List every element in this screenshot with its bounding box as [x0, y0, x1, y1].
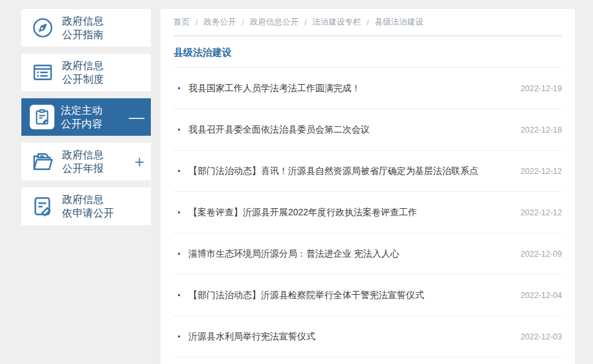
sidebar-item-label-line: 政府信息 [62, 59, 104, 72]
article-row: 【部门法治动态】喜讯！沂源县自然资源局被省厅确定为基层法治联系点2022-12-… [173, 151, 562, 192]
article-date: 2022-12-18 [520, 125, 562, 134]
article-row: 【部门法治动态】沂源县检察院举行全体干警宪法宣誓仪式2022-12-04 [173, 275, 562, 316]
sidebar-item-statutory-disclosure[interactable]: 法定主动公开内容— [21, 98, 151, 136]
sidebar-item-label: 政府信息公开制度 [62, 59, 104, 86]
bullet-icon [178, 129, 180, 131]
compass-icon [30, 15, 56, 41]
article-date: 2022-12-03 [520, 332, 562, 341]
document-list-icon [30, 59, 56, 85]
article-date: 2022-12-12 [520, 167, 562, 176]
minus-icon[interactable]: — [129, 109, 144, 125]
article-row: 淄博市生态环境局沂源分局：普法进企业 宪法入人心2022-12-09 [173, 233, 562, 275]
sidebar-item-label: 政府信息依申请公开 [62, 193, 114, 220]
sidebar-item-disclosure-system[interactable]: 政府信息公开制度 [21, 54, 151, 91]
breadcrumb-link[interactable]: 政府信息公开 [250, 17, 298, 28]
sidebar-item-label: 法定主动公开内容 [61, 103, 102, 131]
article-link[interactable]: 淄博市生态环境局沂源分局：普法进企业 宪法入人心 [188, 248, 510, 260]
article-date: 2022-12-12 [520, 208, 562, 217]
sidebar-item-label-line: 法定主动 [61, 103, 102, 117]
article-link[interactable]: 【案卷评查】沂源县开展2022年度行政执法案卷评查工作 [188, 207, 510, 219]
article-date: 2022-12-04 [520, 291, 562, 300]
content-panel: 首页/政务公开/政府信息公开/法治建设专栏/县级法治建设 县级法治建设 我县国家… [161, 9, 575, 364]
sidebar-item-label-line: 公开制度 [62, 72, 104, 86]
article-link[interactable]: 【部门法治动态】沂源县检察院举行全体干警宪法宣誓仪式 [188, 290, 510, 301]
breadcrumb-separator: / [366, 18, 368, 27]
page-title: 县级法治建设 [173, 36, 562, 68]
sidebar: 政府信息公开指南政府信息公开制度法定主动公开内容—政府信息公开年报+政府信息依申… [21, 9, 151, 232]
breadcrumb-link[interactable]: 政务公开 [203, 17, 236, 28]
sidebar-item-label-line: 公开年报 [62, 162, 104, 175]
bullet-icon [178, 253, 180, 255]
article-row: 我县召开县委全面依法治县委员会第二次会议2022-12-18 [173, 109, 562, 151]
sidebar-item-disclosure-guide[interactable]: 政府信息公开指南 [21, 9, 151, 47]
sidebar-item-label-line: 公开指南 [62, 28, 104, 41]
breadcrumb-separator: / [304, 18, 306, 27]
article-link[interactable]: 沂源县水利局举行宪法宣誓仪式 [188, 331, 510, 343]
breadcrumb-current: 县级法治建设 [375, 17, 423, 28]
document-pencil-icon [30, 193, 56, 219]
article-date: 2022-12-19 [520, 84, 562, 93]
bullet-icon [178, 336, 180, 337]
folder-icon [30, 149, 56, 175]
page: 政府信息公开指南政府信息公开制度法定主动公开内容—政府信息公开年报+政府信息依申… [0, 0, 593, 364]
bullet-icon [178, 211, 180, 213]
breadcrumb-separator: / [196, 18, 197, 27]
bullet-icon [178, 294, 180, 296]
sidebar-item-label-line: 政府信息 [62, 193, 114, 206]
sidebar-item-label-line: 政府信息 [62, 14, 104, 28]
sidebar-item-label: 政府信息公开指南 [62, 14, 104, 41]
breadcrumb-separator: / [241, 18, 243, 27]
clipboard-pencil-icon [30, 105, 54, 129]
plus-icon[interactable]: + [135, 153, 144, 170]
article-row: 我县国家工作人员学法考法工作圆满完成！2022-12-19 [173, 68, 562, 109]
sidebar-item-disclosure-on-request[interactable]: 政府信息依申请公开 [21, 187, 151, 225]
bullet-icon [178, 170, 180, 172]
sidebar-item-label-line: 政府信息 [62, 148, 104, 162]
sidebar-item-label: 政府信息公开年报 [62, 148, 104, 175]
article-link[interactable]: 【部门法治动态】喜讯！沂源县自然资源局被省厅确定为基层法治联系点 [188, 166, 510, 177]
breadcrumb-link[interactable]: 首页 [173, 17, 190, 28]
article-date: 2022-12-09 [520, 250, 562, 259]
sidebar-item-annual-report[interactable]: 政府信息公开年报+ [21, 143, 151, 180]
article-row: 【案卷评查】沂源县开展2022年度行政执法案卷评查工作2022-12-12 [173, 192, 562, 233]
breadcrumb: 首页/政务公开/政府信息公开/法治建设专栏/县级法治建设 [173, 9, 562, 36]
breadcrumb-link[interactable]: 法治建设专栏 [312, 17, 361, 28]
sidebar-item-label-line: 公开内容 [61, 117, 102, 131]
article-row: 沂源县水利局举行宪法宣誓仪式2022-12-03 [173, 316, 562, 358]
article-link[interactable]: 我县召开县委全面依法治县委员会第二次会议 [188, 124, 510, 136]
article-list: 我县国家工作人员学法考法工作圆满完成！2022-12-19我县召开县委全面依法治… [173, 68, 562, 358]
article-link[interactable]: 我县国家工作人员学法考法工作圆满完成！ [188, 83, 510, 94]
sidebar-item-label-line: 依申请公开 [62, 206, 114, 220]
bullet-icon [178, 87, 180, 89]
